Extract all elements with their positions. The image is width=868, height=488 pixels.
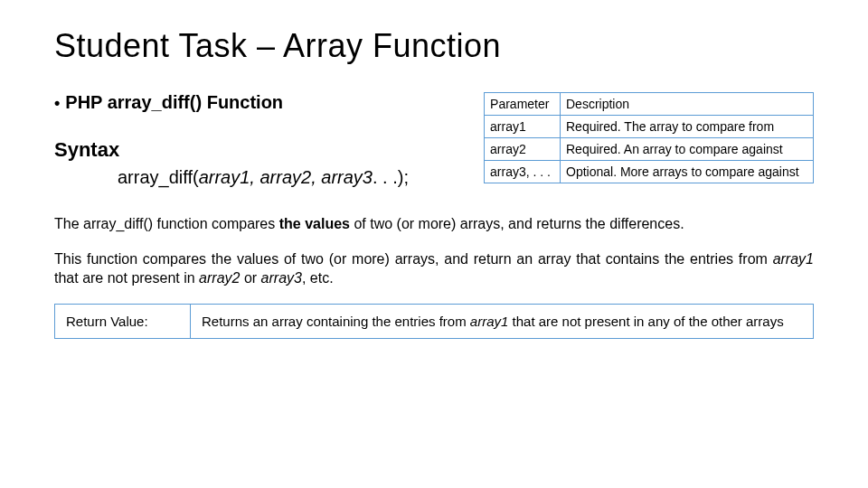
rt-c: that are not present in any of the other… <box>508 314 783 329</box>
syntax-code: array_diff(array1, array2, array3. . .); <box>54 167 466 188</box>
syntax-block: Syntax array_diff(array1, array2, array3… <box>54 138 466 188</box>
p2-a: This function compares the values of two… <box>54 251 773 267</box>
p2-g: , etc. <box>302 270 334 286</box>
rt-a: Returns an array containing the entries … <box>202 314 470 329</box>
p2-b: array1 <box>773 251 814 267</box>
param-cell: array1 <box>485 116 561 138</box>
p2-c: that are not present in <box>54 270 199 286</box>
p2-d: array2 <box>199 270 240 286</box>
left-column: • PHP array_diff() Function Syntax array… <box>54 92 466 188</box>
rt-b: array1 <box>470 314 509 329</box>
header-parameter: Parameter <box>485 93 561 116</box>
p1-c: of two (or more) arrays, and returns the… <box>350 216 684 231</box>
page-title: Student Task – Array Function <box>54 27 814 65</box>
table-row: Return Value: Returns an array containin… <box>55 305 814 339</box>
desc-cell: Optional. More arrays to compare against <box>561 161 814 183</box>
p1-b: the values <box>279 216 350 231</box>
param-cell: array2 <box>485 138 561 161</box>
p1-a: The array_diff() function compares <box>54 216 279 231</box>
subheading-text: PHP array_diff() Function <box>65 92 283 113</box>
subheading: • PHP array_diff() Function <box>54 92 466 113</box>
table-row: array1 Required. The array to compare fr… <box>485 116 814 138</box>
syntax-tail: . . .); <box>373 167 409 187</box>
desc-cell: Required. An array to compare against <box>561 138 814 161</box>
table-row: array2 Required. An array to compare aga… <box>485 138 814 161</box>
return-label-cell: Return Value: <box>55 305 191 339</box>
upper-row: • PHP array_diff() Function Syntax array… <box>54 92 814 188</box>
bullet-icon: • <box>54 94 60 113</box>
syntax-args: array1, array2, array3 <box>199 167 373 187</box>
table-row: array3, . . . Optional. More arrays to c… <box>485 161 814 183</box>
header-description: Description <box>561 93 814 116</box>
return-text-cell: Returns an array containing the entries … <box>191 305 814 339</box>
return-value-table: Return Value: Returns an array containin… <box>54 304 814 339</box>
table-header-row: Parameter Description <box>485 93 814 116</box>
paragraph-2: This function compares the values of two… <box>54 250 814 288</box>
parameter-table: Parameter Description array1 Required. T… <box>484 92 814 183</box>
syntax-fn: array_diff( <box>118 167 199 187</box>
syntax-label: Syntax <box>54 138 466 162</box>
p2-e: or <box>240 270 260 286</box>
paragraph-1: The array_diff() function compares the v… <box>54 215 814 234</box>
p2-f: array3 <box>261 270 302 286</box>
param-cell: array3, . . . <box>485 161 561 183</box>
desc-cell: Required. The array to compare from <box>561 116 814 138</box>
